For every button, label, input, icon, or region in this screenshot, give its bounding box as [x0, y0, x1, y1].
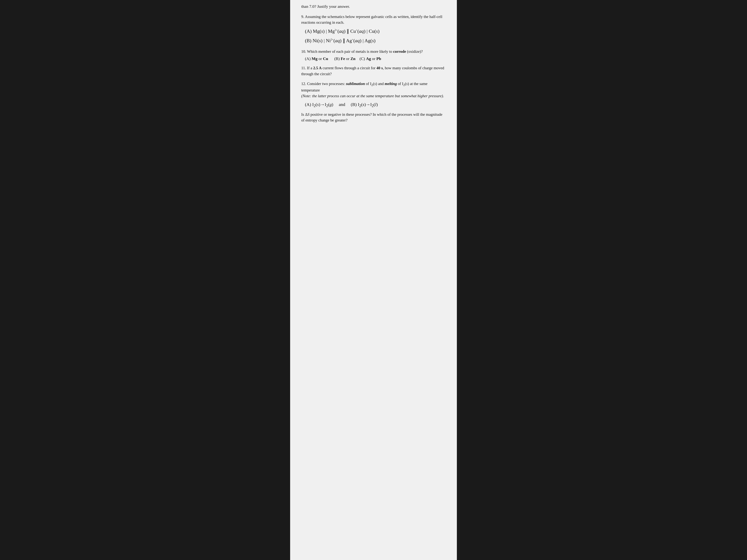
q12-reactions: (A) I2(s)→I2(g) and (B) I2(s)→I2(l)	[305, 101, 446, 109]
q10-number: 10.	[301, 49, 306, 54]
question-10: 10. Which member of each pair of metals …	[301, 49, 446, 61]
q9-b-label: (B)	[305, 38, 313, 43]
q11-text: 11. If a 2.5 A current flows through a c…	[301, 65, 446, 77]
q12-reaction-b: (B) I2(s)→I2(l)	[351, 102, 378, 107]
q12-text: 12. Consider two processes: sublimation …	[301, 81, 446, 99]
q9-number: 9.	[301, 15, 304, 19]
q10-text: 10. Which member of each pair of metals …	[301, 49, 446, 55]
q12-and-text: and	[339, 102, 345, 107]
q9-part-b: (B) Ni(s) | Ni2+(aq) ‖ Ag+(aq) | Ag(s)	[305, 37, 446, 45]
q9-part-a: (A) Mg(s) | Mg2+(aq) ‖ Cu+(aq) | Cu(s)	[305, 27, 446, 35]
page-container: than 7.0? Justify your answer. 9. Assumi…	[290, 0, 457, 560]
q9-a-label: (A)	[305, 28, 313, 34]
q12-note: (Note: the latter process can occur at t…	[301, 94, 444, 98]
question-12: 12. Consider two processes: sublimation …	[301, 81, 446, 123]
q11-number: 11.	[301, 66, 306, 70]
q12-bottom-text: Is ΔS positive or negative in these proc…	[301, 112, 446, 123]
question-11: 11. If a 2.5 A current flows through a c…	[301, 65, 446, 77]
q12-number: 12.	[301, 81, 306, 86]
q10-options: (A) Mg or Cu (B) Fe or Zn (C) Ag or Pb	[305, 56, 446, 61]
header-partial-text: than 7.0? Justify your answer.	[301, 4, 446, 9]
q9-text: 9. Assuming the schematics below represe…	[301, 14, 446, 26]
q12-reaction-a: (A) I2(s)→I2(g)	[305, 102, 334, 107]
question-9: 9. Assuming the schematics below represe…	[301, 14, 446, 45]
